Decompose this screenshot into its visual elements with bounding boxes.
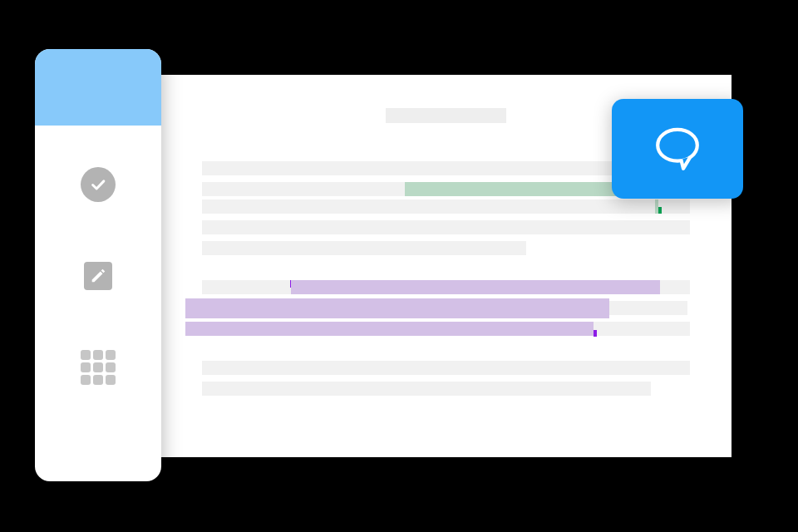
- grid-icon: [81, 350, 116, 385]
- text-line: [202, 182, 663, 196]
- selection-caret-end: [594, 330, 597, 337]
- sidebar-header: [35, 49, 161, 126]
- text-line: [202, 322, 690, 336]
- selection-highlight[interactable]: [185, 298, 609, 318]
- sidebar-items: [35, 126, 161, 426]
- selection-highlight[interactable]: [185, 322, 594, 336]
- edit-icon: [84, 262, 112, 290]
- text-line: [202, 220, 690, 234]
- text-line: [202, 301, 687, 315]
- text-line: [202, 241, 526, 255]
- check-icon: [81, 167, 116, 202]
- sidebar-item-grid[interactable]: [81, 350, 116, 385]
- selection-caret-end: [658, 207, 662, 214]
- svg-point-0: [658, 130, 697, 161]
- document-title-placeholder: [386, 108, 506, 123]
- selection-highlight[interactable]: [291, 280, 660, 294]
- text-line: [202, 280, 690, 294]
- comment-button[interactable]: [612, 99, 743, 199]
- text-line: [202, 361, 690, 375]
- text-line: [202, 200, 690, 214]
- speech-bubble-icon: [648, 120, 707, 178]
- sidebar-item-check[interactable]: [81, 167, 116, 202]
- text-line: [202, 382, 651, 396]
- sidebar-item-edit[interactable]: [81, 259, 116, 293]
- sidebar: [35, 49, 161, 481]
